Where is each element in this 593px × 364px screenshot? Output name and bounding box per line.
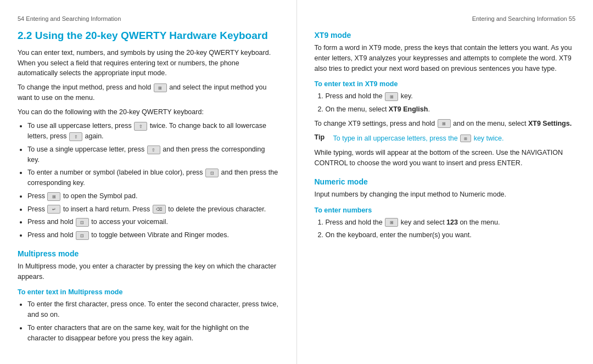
key-icon-single-upper: ⇧: [147, 145, 160, 154]
xt9-intro: To form a word in XT9 mode, press the ke…: [315, 43, 576, 74]
xt9-title: XT9 mode: [315, 31, 576, 40]
list-item: Press and hold ⊡ to access your voicemai…: [27, 217, 279, 227]
key-icon-symbol-pad: ⊞: [47, 192, 60, 201]
list-item: Press ↵ to insert a hard return. Press ⌫…: [27, 204, 279, 215]
key-icon-return: ↵: [47, 205, 60, 214]
section-title: 2.2 Using the 20-key QWERTY Hardware Key…: [18, 30, 279, 42]
intro-paragraph-3: You can do the following with the 20-key…: [18, 107, 279, 117]
key-icon-delete: ⌫: [153, 205, 166, 214]
list-item: To enter the first character, press once…: [27, 299, 279, 320]
key-icon-vibrate: ⊡: [76, 231, 89, 240]
multipress-intro: In Multipress mode, you enter a characte…: [18, 261, 279, 282]
list-item: To enter characters that are on the same…: [27, 323, 279, 344]
feature-list: To use all uppercase letters, press ⇧ tw…: [27, 121, 279, 240]
intro-paragraph-2: To change the input method, press and ho…: [18, 82, 279, 103]
xt9-steps: Press and hold the ⊞ key. On the menu, s…: [326, 91, 576, 115]
intro2-pre-text: To change the input method, press and ho…: [18, 83, 151, 91]
xt9-proc-title: To enter text in XT9 mode: [315, 80, 576, 88]
right-page-header: Entering and Searching Information 55: [315, 15, 576, 22]
left-page-header: 54 Entering and Searching Information: [18, 15, 279, 22]
numeric-title: Numeric mode: [315, 177, 576, 186]
key-icon-caps1: ⇧: [134, 122, 147, 131]
multipress-title: Multipress mode: [18, 249, 279, 258]
left-column: 54 Entering and Searching Information 2.…: [0, 0, 297, 364]
intro-paragraph-1: You can enter text, numbers, and symbols…: [18, 48, 279, 79]
key-icon-symbol: ⊡: [205, 169, 219, 177]
xt9-typing-para: While typing, words will appear at the b…: [315, 148, 576, 169]
list-item: To enter a number or symbol (labeled in …: [27, 167, 279, 188]
numeric-steps: Press and hold the ⊞ key and select 123 …: [326, 217, 576, 241]
tip-label: Tip: [315, 133, 330, 141]
key-icon-input-method: ⊞: [154, 83, 167, 92]
xt9-change-para: To change XT9 settings, press and hold ⊞…: [315, 119, 576, 129]
key-icon-voicemail: ⊡: [76, 218, 89, 227]
numeric-intro: Input numbers by changing the input meth…: [315, 189, 576, 200]
multipress-list: To enter the first character, press once…: [27, 299, 279, 343]
key-icon-xt9-settings: ⊞: [438, 119, 451, 128]
key-icon-xt9-1: ⊞: [385, 92, 398, 101]
list-item: On the keyboard, enter the number(s) you…: [326, 230, 576, 240]
list-item: To use all uppercase letters, press ⇧ tw…: [27, 121, 279, 142]
right-column: Entering and Searching Information 55 XT…: [297, 0, 594, 364]
list-item: Press ⊞ to open the Symbol pad.: [27, 191, 279, 201]
list-item: Press and hold the ⊞ key and select 123 …: [326, 217, 576, 228]
multipress-proc-title: To enter text in Multipress mode: [18, 288, 279, 296]
key-icon-caps2: ⇧: [69, 132, 82, 141]
list-item: To use a single uppercase letter, press …: [27, 144, 279, 165]
tip-text: To type in all uppercase letters, press …: [333, 133, 504, 144]
key-icon-numeric: ⊞: [385, 218, 398, 227]
key-icon-tip: ⊞: [460, 135, 471, 142]
numeric-proc-title: To enter numbers: [315, 206, 576, 214]
list-item: On the menu, select XT9 English.: [326, 104, 576, 115]
list-item: Press and hold ⊡ to toggle between Vibra…: [27, 230, 279, 240]
tip-row: Tip To type in all uppercase letters, pr…: [315, 133, 576, 144]
list-item: Press and hold the ⊞ key.: [326, 91, 576, 102]
